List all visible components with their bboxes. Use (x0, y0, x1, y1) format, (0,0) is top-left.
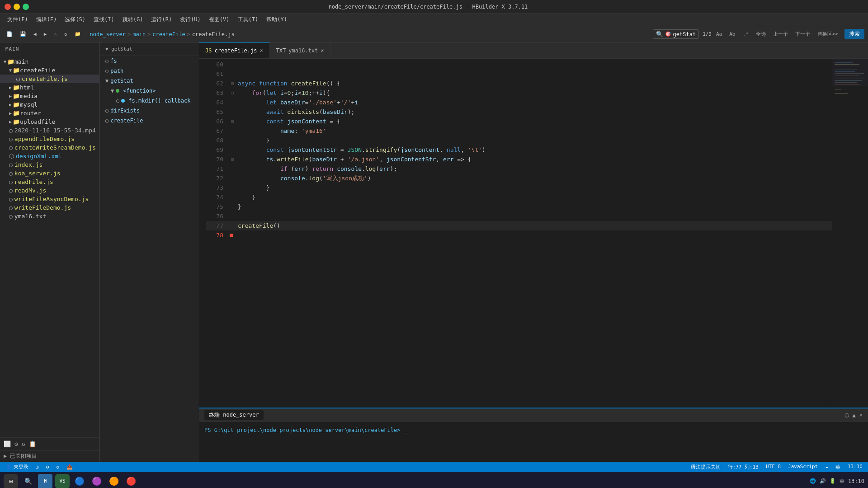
close-tab-createfile[interactable]: × (259, 47, 263, 54)
case-sensitive-button[interactable]: Aa (713, 30, 725, 38)
toolbar-folder[interactable]: 📁 (72, 29, 84, 39)
menu-jump[interactable]: 跳转(G) (119, 14, 147, 25)
user-login-status[interactable]: 👤 未登录 (5, 464, 28, 470)
menu-file[interactable]: 文件(F) (4, 14, 32, 25)
bottom-icon-2[interactable]: ⚙ (14, 441, 18, 447)
tab-createfile[interactable]: JS createFile.js × (199, 42, 270, 58)
select-all-button[interactable]: 全选 (753, 29, 769, 39)
tree-item-createwrite[interactable]: ○ createWriteSreamDemo.js (0, 143, 99, 152)
outline-item-callback[interactable]: ○ fs.mkdir() callback (100, 96, 199, 106)
hbuilder-icon[interactable]: H (38, 474, 52, 488)
menu-publish[interactable]: 发行(U) (176, 14, 204, 25)
fold-gutter[interactable]: ⊟ (229, 88, 236, 98)
taskbar-icon-6[interactable]: 🔴 (124, 474, 138, 488)
tree-item-main[interactable]: ▼ 📁 main (0, 57, 99, 66)
toolbar-new[interactable]: 📄 (4, 29, 15, 39)
tree-item-html[interactable]: ▶ 📁 html (0, 83, 99, 92)
tree-item-media[interactable]: ▶ 📁 media (0, 92, 99, 100)
taskbar-icon-5[interactable]: 🟠 (107, 474, 121, 488)
bottom-icon-4[interactable]: 📋 (29, 441, 36, 447)
code-line[interactable]: } (236, 136, 832, 145)
toolbar-forward[interactable]: ▶ (41, 29, 50, 39)
code-line[interactable]: fs.writeFile(baseDir + '/a.json', jsonCo… (236, 155, 832, 164)
terminal-expand-button[interactable]: ⬡ (844, 412, 849, 418)
taskbar-battery[interactable]: 🔋 (830, 478, 836, 484)
code-line[interactable]: name: 'yma16' (236, 126, 832, 136)
code-view[interactable]: 60 61 62⊟async function createFile() {63… (199, 59, 868, 408)
code-line[interactable]: } (236, 183, 832, 192)
code-line[interactable] (236, 211, 832, 221)
terminal-content[interactable]: PS G:\git_project\node_projects\node_ser… (199, 422, 868, 462)
menu-find[interactable]: 查找(I) (90, 14, 118, 25)
tree-item-writefile[interactable]: ○ writeFileDemo.js (0, 203, 99, 212)
search-button[interactable]: 搜索 (844, 29, 864, 39)
tree-item-uploadfile[interactable]: ▶ 📁 uploadfile (0, 117, 99, 126)
code-line[interactable]: const jsonContentStr = JSON.stringify(js… (236, 145, 832, 155)
syntax-hint[interactable]: 语法提示关闭 (691, 464, 721, 470)
tree-item-mysql[interactable]: ▶ 📁 mysql (0, 100, 99, 109)
code-line[interactable]: async function createFile() { (236, 79, 832, 88)
taskbar-icon-2[interactable]: VS (55, 474, 70, 488)
close-button[interactable]: × (5, 4, 11, 10)
tree-item-createFile[interactable]: ▼ 📁 createFile (0, 66, 99, 75)
fold-gutter[interactable]: ⊟ (229, 117, 236, 126)
toolbar-back[interactable]: ◀ (31, 29, 39, 39)
breadcrumb-node-server[interactable]: node_server (90, 31, 126, 38)
sync-icon[interactable]: ↻ (56, 464, 59, 470)
sidebar-toggle[interactable]: ⊞ (36, 464, 39, 470)
outline-item-getstat[interactable]: ▼ getStat (100, 76, 199, 86)
menu-edit[interactable]: 编辑(E) (33, 14, 61, 25)
outline-item-function[interactable]: ▼ <function> (100, 86, 199, 96)
taskbar-sound[interactable]: 🔊 (820, 478, 826, 484)
bottom-icon-3[interactable]: ↻ (22, 441, 25, 447)
code-line[interactable]: } (236, 192, 832, 202)
taskbar-icon-3[interactable]: 🔵 (72, 474, 87, 488)
code-line[interactable]: createFile() (236, 221, 832, 230)
outline-item-createfile[interactable]: ○ createFile (100, 116, 199, 126)
maximize-button[interactable]: □ (23, 4, 29, 10)
breadcrumb-file[interactable]: createFile.js (192, 31, 235, 38)
tab-yma16[interactable]: TXT yma16.txt × (270, 42, 331, 58)
tree-item-createFile-js[interactable]: ○ createFile.js (0, 75, 99, 83)
breadcrumb-createfile[interactable]: createFile (152, 31, 185, 38)
fold-gutter[interactable]: ⊟ (229, 79, 236, 88)
menu-run[interactable]: 运行(R) (147, 14, 175, 25)
code-line[interactable]: for(let i=0;i<10;++i){ (236, 88, 832, 98)
terminal-close-button[interactable]: × (859, 412, 863, 418)
outline-item-fs[interactable]: ○ fs (100, 56, 199, 66)
regex-button[interactable]: .* (740, 30, 751, 38)
next-match-button[interactable]: 下一个 (793, 29, 813, 39)
encoding[interactable]: UTF-8 (766, 464, 781, 470)
tree-item-xml[interactable]: ⬡ designXml.xml (0, 152, 99, 160)
outline-header[interactable]: ▼ getStat (100, 42, 199, 56)
language-mode[interactable]: JavaScript (788, 464, 818, 470)
cloud-icon[interactable]: ☁ (825, 464, 828, 470)
toolbar-star[interactable]: ☆ (51, 29, 60, 39)
prev-match-button[interactable]: 上一个 (770, 29, 791, 39)
code-line[interactable]: console.log('写入json成功') (236, 174, 832, 183)
terminal-maximize-button[interactable]: ▲ (853, 412, 856, 418)
taskbar-icon-4[interactable]: 🟣 (90, 474, 104, 488)
code-line[interactable]: if (err) return console.log(err); (236, 164, 832, 174)
replace-toggle-button[interactable]: 替换区<< (815, 29, 841, 39)
bottom-icon-1[interactable]: ⬜ (4, 441, 11, 447)
share-icon[interactable]: 📤 (66, 464, 73, 470)
code-line[interactable]: await dirExists(baseDir); (236, 107, 832, 117)
menu-view[interactable]: 视图(V) (205, 14, 233, 25)
code-line[interactable] (236, 60, 832, 69)
tree-item-index[interactable]: ○ index.js (0, 160, 99, 169)
tree-item-readfile[interactable]: ○ readFile.js (0, 178, 99, 186)
tree-item-koa[interactable]: ○ koa_server.js (0, 169, 99, 178)
close-tab-yma16[interactable]: × (321, 47, 324, 54)
outline-item-path[interactable]: ○ path (100, 66, 199, 76)
tree-item-appendfile[interactable]: ○ appendFileDemo.js (0, 135, 99, 143)
start-button[interactable]: ⊞ (4, 474, 18, 488)
closed-projects[interactable]: ▶ 已关闭项目 (0, 450, 99, 462)
outline-item-direxists[interactable]: ○ dirExists (100, 106, 199, 116)
code-line[interactable]: let baseDir='./base'+'/'+i (236, 98, 832, 107)
word-match-button[interactable]: Ab (726, 30, 738, 38)
fold-gutter[interactable]: ⊟ (229, 155, 236, 164)
breadcrumb-main[interactable]: main (132, 31, 146, 38)
search-taskbar[interactable]: 🔍 (21, 474, 35, 488)
tree-item-writeasync[interactable]: ○ writeFileAsyncDemo.js (0, 195, 99, 203)
